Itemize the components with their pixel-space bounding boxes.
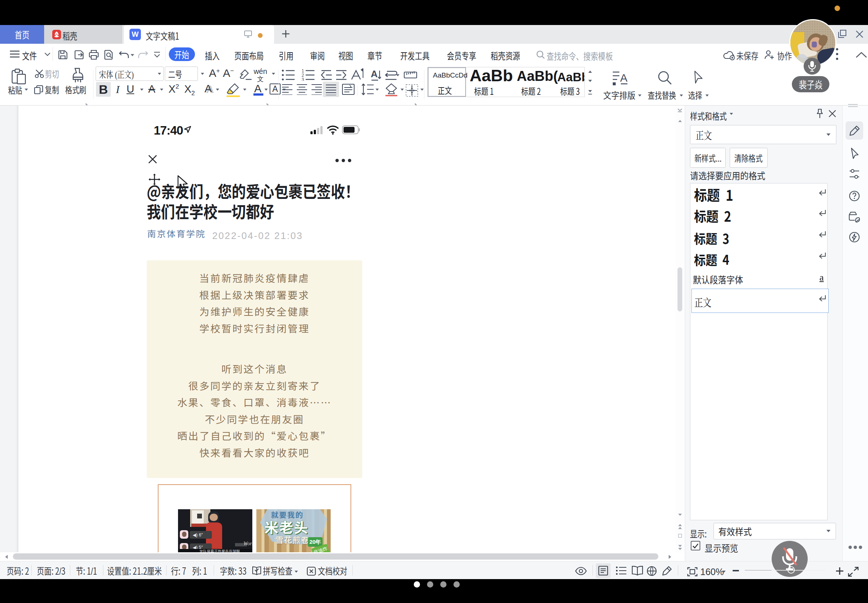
svg-text:A: A <box>371 69 378 79</box>
svg-text:A: A <box>620 72 627 84</box>
svg-text:3: 3 <box>302 77 304 81</box>
